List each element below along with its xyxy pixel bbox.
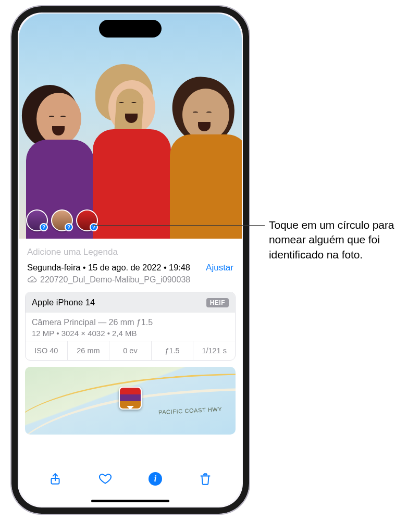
- image-format-badge: HEIF: [206, 298, 229, 307]
- face-unknown-badge-icon: ?: [65, 223, 73, 231]
- detected-faces-row: ? ? ?: [26, 209, 98, 231]
- icloud-check-icon: [27, 276, 37, 283]
- image-specs: 12 MP • 3024 × 4032 • 2,4 MB: [32, 329, 229, 338]
- dynamic-island: [99, 20, 162, 38]
- person-3-figure: [170, 77, 242, 239]
- trash-icon: [199, 472, 212, 486]
- camera-device-name: Apple iPhone 14: [32, 298, 95, 307]
- focal-length-value: 26 mm: [68, 341, 110, 360]
- photo-viewer[interactable]: ? ? ?: [19, 14, 242, 239]
- share-icon: [48, 472, 62, 486]
- callout-text: Toque em um círculo para nomear alguém q…: [269, 218, 413, 262]
- info-icon: i: [149, 472, 162, 486]
- iphone-frame: ? ? ? Adicione uma Legenda Segunda-feira…: [10, 5, 250, 515]
- aperture-value: ƒ1.5: [152, 341, 194, 360]
- photo-metadata-block: Segunda-feira • 15 de ago. de 2022 • 19:…: [19, 263, 242, 284]
- lens-description: Câmera Principal — 26 mm ƒ1.5: [32, 318, 229, 327]
- callout-leader-line: [93, 225, 265, 226]
- heart-icon: [98, 472, 112, 486]
- share-button[interactable]: [47, 471, 63, 487]
- shutter-value: 1/121 s: [193, 341, 235, 360]
- iso-value: ISO 40: [26, 341, 68, 360]
- person-2-figure: [93, 67, 176, 239]
- map-photo-pin[interactable]: [119, 387, 142, 410]
- info-button[interactable]: i: [147, 471, 163, 487]
- camera-info-card: Apple iPhone 14 HEIF Câmera Principal — …: [25, 292, 236, 361]
- face-unknown-badge-icon: ?: [40, 223, 48, 231]
- exposure-value: 0 ev: [109, 341, 152, 360]
- home-indicator[interactable]: [91, 500, 169, 502]
- favorite-button[interactable]: [97, 471, 113, 487]
- adjust-button[interactable]: Ajustar: [206, 263, 233, 273]
- screen: ? ? ? Adicione uma Legenda Segunda-feira…: [19, 14, 242, 506]
- original-filename: 220720_Dul_Demo-Malibu_PG_i090038: [40, 275, 190, 284]
- delete-button[interactable]: [197, 471, 213, 487]
- caption-input[interactable]: Adicione uma Legenda: [19, 239, 242, 263]
- face-circle-2[interactable]: ?: [51, 209, 73, 231]
- face-circle-3[interactable]: ?: [76, 209, 98, 231]
- location-map[interactable]: PACIFIC COAST HWY: [25, 367, 236, 435]
- face-unknown-badge-icon: ?: [90, 223, 98, 231]
- face-circle-1[interactable]: ?: [26, 209, 48, 231]
- photo-date-time: Segunda-feira • 15 de ago. de 2022 • 19:…: [27, 263, 190, 273]
